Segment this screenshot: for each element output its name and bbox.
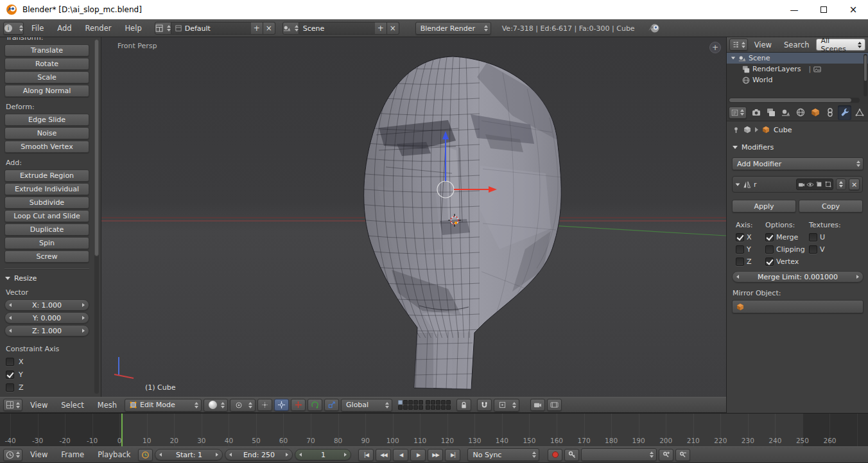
- outliner-row-world[interactable]: World: [727, 74, 868, 85]
- mirror-x-checkbox[interactable]: [736, 233, 744, 241]
- delete-modifier-button[interactable]: ×: [849, 179, 860, 190]
- render-engine-dropdown[interactable]: Blender Render: [415, 22, 491, 35]
- loop-cut-button[interactable]: Loop Cut and Slide: [4, 210, 89, 222]
- edge-slide-button[interactable]: Edge Slide: [4, 114, 89, 126]
- expand-icon[interactable]: [731, 57, 735, 60]
- constraint-x-checkbox[interactable]: [6, 358, 14, 366]
- vector-x-field[interactable]: X: 1.000: [4, 299, 89, 311]
- mesh-cube-icon[interactable]: [762, 126, 770, 134]
- scene-delete-button[interactable]: ×: [387, 22, 399, 35]
- constraint-y-checkbox[interactable]: [6, 371, 14, 379]
- apply-button[interactable]: Apply: [732, 200, 796, 213]
- tab-world[interactable]: [794, 105, 808, 120]
- duplicate-button[interactable]: Duplicate: [4, 223, 89, 236]
- object-cube-icon[interactable]: [743, 126, 751, 134]
- opengl-render-animation-button[interactable]: [547, 399, 562, 411]
- display-mode-dropdown[interactable]: All Scenes: [816, 39, 865, 51]
- delete-keyframe-button[interactable]: [675, 449, 690, 461]
- pin-icon[interactable]: [733, 127, 740, 134]
- vector-z-field[interactable]: Z: 1.000: [4, 325, 89, 336]
- clipping-checkbox[interactable]: [765, 245, 774, 254]
- 3d-viewport[interactable]: Front Persp (1) Cube +: [101, 37, 726, 397]
- menu-file[interactable]: File: [26, 20, 49, 37]
- outliner-row-renderlayers[interactable]: RenderLayers |: [727, 64, 868, 74]
- menu-help[interactable]: Help: [119, 20, 147, 37]
- editor-type-button[interactable]: [729, 39, 748, 51]
- jump-to-end-button[interactable]: ▶|: [445, 449, 460, 461]
- menu-playback[interactable]: Playback: [92, 447, 136, 462]
- opengl-render-image-button[interactable]: [530, 399, 545, 411]
- texture-v-checkbox[interactable]: [809, 245, 817, 254]
- smooth-vertex-button[interactable]: Smooth Vertex: [4, 141, 89, 153]
- scene-browse-button[interactable]: [282, 22, 299, 35]
- add-modifier-dropdown[interactable]: Add Modifier: [732, 157, 864, 170]
- tab-render-layers[interactable]: [765, 105, 778, 120]
- outliner-horizontal-scrollbar[interactable]: [729, 98, 860, 103]
- rotate-button[interactable]: Rotate: [4, 58, 89, 70]
- modifier-move-buttons[interactable]: [836, 179, 846, 190]
- viewport-visibility-toggle[interactable]: [806, 179, 815, 189]
- editor-type-button[interactable]: [3, 449, 22, 461]
- mesh-head[interactable]: [357, 57, 561, 390]
- viewport-shading-dropdown[interactable]: [204, 399, 228, 412]
- transform-orientation-dropdown[interactable]: Global: [341, 399, 392, 412]
- layout-add-button[interactable]: +: [251, 22, 263, 35]
- current-frame-playhead[interactable]: [121, 414, 123, 446]
- noise-button[interactable]: Noise: [4, 127, 89, 139]
- scene-name-field[interactable]: Scene: [299, 22, 375, 35]
- modifiers-panel-header[interactable]: Modifiers: [733, 143, 863, 152]
- texture-u-checkbox[interactable]: [809, 233, 817, 241]
- tab-object[interactable]: [808, 105, 822, 120]
- keying-options-button[interactable]: [564, 449, 579, 461]
- jump-to-start-button[interactable]: |◀: [358, 449, 374, 461]
- menu-frame[interactable]: Frame: [55, 447, 90, 462]
- use-preview-range-toggle[interactable]: [138, 449, 153, 461]
- active-keying-set-field[interactable]: [581, 448, 657, 461]
- tab-scene[interactable]: [779, 105, 793, 120]
- close-button[interactable]: ×: [838, 0, 868, 19]
- scene-add-button[interactable]: +: [375, 22, 387, 35]
- pivot-align-toggle[interactable]: [257, 399, 272, 411]
- subdivide-button[interactable]: Subdivide: [4, 197, 89, 209]
- snap-element-dropdown[interactable]: [494, 399, 519, 412]
- editor-type-button[interactable]: i: [3, 22, 24, 35]
- play-reverse-button[interactable]: ◀: [393, 449, 408, 461]
- tab-render[interactable]: [750, 105, 763, 120]
- vector-y-field[interactable]: Y: 0.000: [4, 312, 89, 324]
- cage-toggle[interactable]: [824, 179, 833, 189]
- translate-manipulator-button[interactable]: [291, 399, 306, 411]
- menu-render[interactable]: Render: [80, 20, 117, 37]
- menu-mesh[interactable]: Mesh: [92, 397, 123, 412]
- rotate-manipulator-button[interactable]: [308, 399, 322, 411]
- timeline-ruler[interactable]: -40-30-20-100102030405060708090100110120…: [0, 413, 868, 446]
- current-frame-field[interactable]: 1: [295, 449, 351, 460]
- layer-1[interactable]: [398, 400, 403, 405]
- mirror-z-checkbox[interactable]: [736, 258, 744, 266]
- vertex-groups-checkbox[interactable]: [765, 258, 774, 266]
- editmode-visibility-toggle[interactable]: [815, 179, 824, 189]
- modifier-expand-icon[interactable]: [736, 183, 740, 186]
- extrude-individual-button[interactable]: Extrude Individual: [4, 183, 89, 195]
- merge-checkbox[interactable]: [765, 233, 774, 241]
- menu-select[interactable]: Select: [55, 397, 89, 412]
- layout-browse-button[interactable]: [155, 22, 171, 35]
- region-expand-button[interactable]: +: [709, 42, 721, 53]
- translate-button[interactable]: Translate: [4, 44, 89, 57]
- start-frame-field[interactable]: Start: 1: [155, 449, 223, 460]
- editor-type-button[interactable]: [729, 107, 747, 119]
- sync-mode-dropdown[interactable]: No Sync: [467, 448, 539, 461]
- scale-button[interactable]: Scale: [4, 71, 89, 83]
- tool-shelf-scrollbar[interactable]: [94, 39, 99, 394]
- layout-name-field[interactable]: Default: [171, 22, 251, 35]
- tab-modifiers[interactable]: [838, 105, 851, 120]
- editor-type-button[interactable]: [3, 399, 22, 411]
- layout-delete-button[interactable]: ×: [263, 22, 275, 35]
- screw-button[interactable]: Screw: [4, 250, 89, 263]
- auto-keyframe-record-button[interactable]: [548, 449, 562, 461]
- maximize-button[interactable]: [809, 0, 838, 19]
- lock-to-scene-toggle[interactable]: [456, 399, 471, 411]
- insert-keyframe-button[interactable]: [659, 449, 673, 461]
- menu-view[interactable]: View: [24, 397, 53, 412]
- mode-dropdown[interactable]: Edit Mode: [125, 399, 202, 412]
- tab-constraints[interactable]: [823, 105, 837, 120]
